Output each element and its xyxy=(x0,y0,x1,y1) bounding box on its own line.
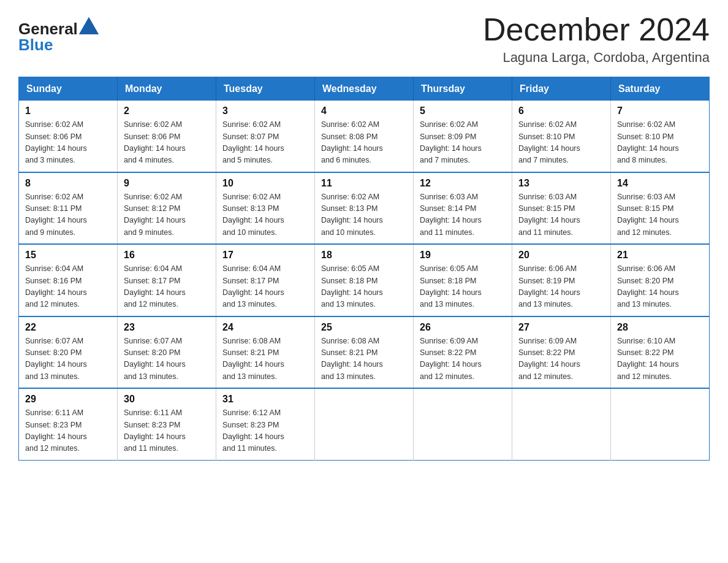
calendar-week-3: 15 Sunrise: 6:04 AMSunset: 8:16 PMDaylig… xyxy=(19,244,710,316)
calendar-week-2: 8 Sunrise: 6:02 AMSunset: 8:11 PMDayligh… xyxy=(19,172,710,245)
header-saturday: Saturday xyxy=(611,77,710,101)
page-header: General Blue December 2024 Laguna Larga,… xyxy=(18,12,710,66)
day-info: Sunrise: 6:03 AMSunset: 8:14 PMDaylight:… xyxy=(420,193,482,237)
day-info: Sunrise: 6:08 AMSunset: 8:21 PMDaylight:… xyxy=(321,337,383,381)
day-number: 15 xyxy=(25,250,111,261)
page-title: December 2024 xyxy=(483,12,710,47)
day-info: Sunrise: 6:07 AMSunset: 8:20 PMDaylight:… xyxy=(124,337,186,381)
calendar-cell: 10 Sunrise: 6:02 AMSunset: 8:13 PMDaylig… xyxy=(216,172,315,245)
calendar-cell: 14 Sunrise: 6:03 AMSunset: 8:15 PMDaylig… xyxy=(611,172,710,245)
calendar-cell: 12 Sunrise: 6:03 AMSunset: 8:14 PMDaylig… xyxy=(414,172,512,245)
day-number: 8 xyxy=(25,178,111,189)
calendar-cell: 22 Sunrise: 6:07 AMSunset: 8:20 PMDaylig… xyxy=(19,316,118,389)
day-number: 22 xyxy=(25,322,111,333)
logo: General Blue xyxy=(18,17,99,53)
calendar-cell: 7 Sunrise: 6:02 AMSunset: 8:10 PMDayligh… xyxy=(611,101,710,172)
calendar-week-5: 29 Sunrise: 6:11 AMSunset: 8:23 PMDaylig… xyxy=(19,388,710,460)
calendar-cell: 24 Sunrise: 6:08 AMSunset: 8:21 PMDaylig… xyxy=(216,316,315,389)
day-info: Sunrise: 6:11 AMSunset: 8:23 PMDaylight:… xyxy=(25,408,87,453)
calendar-cell: 15 Sunrise: 6:04 AMSunset: 8:16 PMDaylig… xyxy=(19,244,118,316)
day-number: 24 xyxy=(222,322,308,333)
calendar-cell: 25 Sunrise: 6:08 AMSunset: 8:21 PMDaylig… xyxy=(315,316,414,389)
day-number: 9 xyxy=(124,178,210,189)
logo-triangles xyxy=(79,17,99,36)
calendar-week-4: 22 Sunrise: 6:07 AMSunset: 8:20 PMDaylig… xyxy=(19,316,710,389)
day-info: Sunrise: 6:02 AMSunset: 8:09 PMDaylight:… xyxy=(420,120,482,164)
day-number: 20 xyxy=(518,250,604,261)
logo-blue-text: Blue xyxy=(18,36,53,54)
day-info: Sunrise: 6:02 AMSunset: 8:06 PMDaylight:… xyxy=(124,120,186,164)
day-info: Sunrise: 6:05 AMSunset: 8:18 PMDaylight:… xyxy=(321,264,383,308)
calendar-cell: 31 Sunrise: 6:12 AMSunset: 8:23 PMDaylig… xyxy=(216,388,315,460)
calendar-cell: 6 Sunrise: 6:02 AMSunset: 8:10 PMDayligh… xyxy=(512,101,611,172)
day-number: 14 xyxy=(617,178,703,189)
day-number: 21 xyxy=(617,250,703,261)
calendar-cell: 30 Sunrise: 6:11 AMSunset: 8:23 PMDaylig… xyxy=(118,388,216,460)
title-block: December 2024 Laguna Larga, Cordoba, Arg… xyxy=(483,12,710,66)
day-info: Sunrise: 6:09 AMSunset: 8:22 PMDaylight:… xyxy=(518,337,580,381)
calendar-cell: 26 Sunrise: 6:09 AMSunset: 8:22 PMDaylig… xyxy=(414,316,512,389)
day-number: 31 xyxy=(222,394,308,405)
calendar-cell: 21 Sunrise: 6:06 AMSunset: 8:20 PMDaylig… xyxy=(611,244,710,316)
day-number: 13 xyxy=(518,178,604,189)
day-number: 4 xyxy=(321,105,407,117)
day-number: 16 xyxy=(124,250,210,261)
calendar-cell: 29 Sunrise: 6:11 AMSunset: 8:23 PMDaylig… xyxy=(19,388,118,460)
day-info: Sunrise: 6:11 AMSunset: 8:23 PMDaylight:… xyxy=(124,408,186,453)
calendar-cell: 17 Sunrise: 6:04 AMSunset: 8:17 PMDaylig… xyxy=(216,244,315,316)
header-friday: Friday xyxy=(512,77,611,101)
calendar-cell xyxy=(611,388,710,460)
day-info: Sunrise: 6:02 AMSunset: 8:13 PMDaylight:… xyxy=(321,193,383,237)
calendar-cell: 13 Sunrise: 6:03 AMSunset: 8:15 PMDaylig… xyxy=(512,172,611,245)
calendar-cell: 2 Sunrise: 6:02 AMSunset: 8:06 PMDayligh… xyxy=(118,101,216,172)
day-number: 11 xyxy=(321,178,407,189)
header-wednesday: Wednesday xyxy=(315,77,414,101)
calendar-cell: 20 Sunrise: 6:06 AMSunset: 8:19 PMDaylig… xyxy=(512,244,611,316)
header-monday: Monday xyxy=(118,77,216,101)
day-number: 19 xyxy=(420,250,506,261)
day-number: 27 xyxy=(518,322,604,333)
calendar-cell: 9 Sunrise: 6:02 AMSunset: 8:12 PMDayligh… xyxy=(118,172,216,245)
day-number: 2 xyxy=(124,105,210,117)
header-row: Sunday Monday Tuesday Wednesday Thursday… xyxy=(19,77,710,101)
day-number: 17 xyxy=(222,250,308,261)
day-number: 3 xyxy=(222,105,308,117)
day-info: Sunrise: 6:02 AMSunset: 8:06 PMDaylight:… xyxy=(25,120,87,164)
calendar-cell xyxy=(315,388,414,460)
header-thursday: Thursday xyxy=(414,77,512,101)
calendar-cell xyxy=(414,388,512,460)
calendar-cell: 28 Sunrise: 6:10 AMSunset: 8:22 PMDaylig… xyxy=(611,316,710,389)
day-number: 23 xyxy=(124,322,210,333)
calendar-cell: 8 Sunrise: 6:02 AMSunset: 8:11 PMDayligh… xyxy=(19,172,118,245)
day-info: Sunrise: 6:03 AMSunset: 8:15 PMDaylight:… xyxy=(518,193,580,237)
calendar-cell: 27 Sunrise: 6:09 AMSunset: 8:22 PMDaylig… xyxy=(512,316,611,389)
calendar-cell xyxy=(512,388,611,460)
header-sunday: Sunday xyxy=(19,77,118,101)
calendar-cell: 1 Sunrise: 6:02 AMSunset: 8:06 PMDayligh… xyxy=(19,101,118,172)
day-info: Sunrise: 6:04 AMSunset: 8:17 PMDaylight:… xyxy=(124,264,186,308)
day-number: 1 xyxy=(25,105,111,117)
day-info: Sunrise: 6:02 AMSunset: 8:11 PMDaylight:… xyxy=(25,193,87,237)
calendar-cell: 23 Sunrise: 6:07 AMSunset: 8:20 PMDaylig… xyxy=(118,316,216,389)
calendar-cell: 5 Sunrise: 6:02 AMSunset: 8:09 PMDayligh… xyxy=(414,101,512,172)
calendar-cell: 16 Sunrise: 6:04 AMSunset: 8:17 PMDaylig… xyxy=(118,244,216,316)
day-info: Sunrise: 6:04 AMSunset: 8:16 PMDaylight:… xyxy=(25,264,87,308)
day-number: 28 xyxy=(617,322,703,333)
day-info: Sunrise: 6:02 AMSunset: 8:12 PMDaylight:… xyxy=(124,193,186,237)
day-number: 5 xyxy=(420,105,506,117)
calendar-cell: 11 Sunrise: 6:02 AMSunset: 8:13 PMDaylig… xyxy=(315,172,414,245)
calendar-cell: 3 Sunrise: 6:02 AMSunset: 8:07 PMDayligh… xyxy=(216,101,315,172)
calendar-week-1: 1 Sunrise: 6:02 AMSunset: 8:06 PMDayligh… xyxy=(19,101,710,172)
day-info: Sunrise: 6:12 AMSunset: 8:23 PMDaylight:… xyxy=(222,408,284,453)
day-number: 10 xyxy=(222,178,308,189)
day-number: 6 xyxy=(518,105,604,117)
day-number: 12 xyxy=(420,178,506,189)
day-info: Sunrise: 6:08 AMSunset: 8:21 PMDaylight:… xyxy=(222,337,284,381)
day-info: Sunrise: 6:04 AMSunset: 8:17 PMDaylight:… xyxy=(222,264,284,308)
day-number: 30 xyxy=(124,394,210,405)
header-tuesday: Tuesday xyxy=(216,77,315,101)
day-info: Sunrise: 6:02 AMSunset: 8:08 PMDaylight:… xyxy=(321,120,383,164)
day-info: Sunrise: 6:10 AMSunset: 8:22 PMDaylight:… xyxy=(617,337,679,381)
day-info: Sunrise: 6:03 AMSunset: 8:15 PMDaylight:… xyxy=(617,193,679,237)
day-number: 26 xyxy=(420,322,506,333)
